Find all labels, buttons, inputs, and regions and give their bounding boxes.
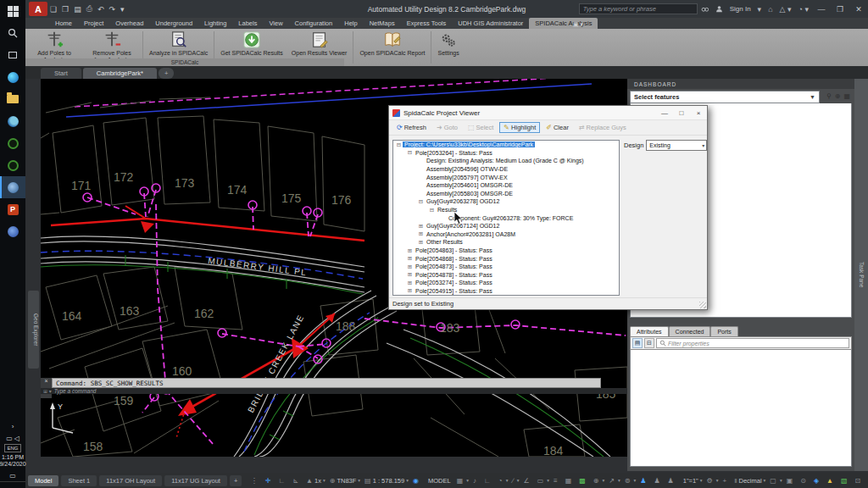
transparency-toggle[interactable]: ▦	[563, 477, 577, 485]
tree-expander-icon[interactable]: ⊞	[406, 247, 414, 254]
attributes-tab[interactable]: Ports	[710, 326, 737, 336]
project-tree[interactable]: ⊟ Project: C:\Users\u33kb\Desktop\Cambri…	[392, 140, 620, 296]
dialog-toolbar-button[interactable]: ⬚ Select	[464, 122, 498, 133]
dialog-toolbar-button[interactable]: ✐ Clear	[542, 122, 573, 133]
dialog-close-button[interactable]: ×	[690, 106, 707, 120]
edge-browser-button[interactable]	[0, 66, 25, 88]
civil3d-button[interactable]	[0, 132, 25, 154]
tree-item[interactable]: ⊞ Pole[2054920] - Status: Pass	[393, 295, 619, 296]
categorized-view-icon[interactable]: ▤	[632, 338, 643, 348]
minimize-button[interactable]: —	[812, 0, 831, 18]
panel-splitter[interactable]	[627, 318, 854, 326]
autocad-logo-icon[interactable]: A	[29, 2, 47, 16]
security-status[interactable]: ◈	[811, 477, 824, 485]
quick-view[interactable]: ▢ ▾	[768, 477, 784, 485]
wire-inference-toggle[interactable]: ✛	[263, 477, 276, 485]
tree-item[interactable]: ⊟ Results	[393, 206, 619, 214]
civil3d-2-button[interactable]	[0, 154, 25, 176]
geo-explorer-tab[interactable]: Geo Explorer	[28, 291, 39, 369]
sound-toggle[interactable]: ♪	[470, 477, 481, 485]
quick-properties[interactable]: ⊚ ▾	[622, 477, 637, 485]
ribbon-tab[interactable]: View	[263, 18, 288, 29]
warning-status[interactable]: ▲	[825, 477, 839, 485]
attributes-tab[interactable]: Connected	[669, 326, 711, 336]
annotation-people[interactable]: ♟	[665, 477, 679, 485]
tree-item[interactable]: ⊞ Pole[2054868] - Status: Pass	[393, 254, 619, 263]
graphics-performance[interactable]: ⊙	[798, 477, 812, 485]
tree-item[interactable]: Assembly[2055797] OTWV-EX	[393, 173, 619, 181]
annotation-scale[interactable]: 1"=1" ▾	[679, 477, 704, 485]
help-icon[interactable]: ◔ ▾	[795, 5, 812, 14]
ribbon-tab[interactable]: Project	[78, 18, 109, 29]
ribbon-tab[interactable]: Labels	[232, 18, 263, 29]
open-file-icon[interactable]: ❐	[59, 5, 71, 14]
grid-snap[interactable]: ◔ ▾	[496, 477, 510, 485]
powerpoint-button[interactable]: P	[0, 198, 25, 220]
alphabetical-view-icon[interactable]: ⊟	[644, 338, 654, 348]
annotation-monitor[interactable]: +	[721, 477, 732, 485]
app-store-icon[interactable]: ⌂	[765, 5, 776, 14]
tree-item[interactable]: ⊟ Project: C:\Users\u33kb\Desktop\Cambri…	[393, 141, 619, 149]
dialog-title-bar[interactable]: SpidaCalc Project Viewer — □ ×	[389, 106, 707, 120]
dialog-toolbar-button[interactable]: ⟳ Refresh	[392, 122, 431, 133]
zoom-extents-icon[interactable]: ⊕	[833, 92, 843, 100]
ribbon-tab[interactable]: UDH GIS Administrator	[452, 18, 529, 29]
drawing-tab[interactable]: CambridgePark*	[83, 68, 157, 79]
dialog-resize-grip[interactable]	[699, 302, 706, 308]
redo-icon[interactable]: ↷	[106, 5, 118, 14]
select-features-dropdown[interactable]: Select features ▼	[630, 91, 820, 103]
layout-tab[interactable]: Model	[28, 475, 58, 486]
ribbon-tab[interactable]: NetMaps	[364, 18, 401, 29]
maps-app-button[interactable]	[0, 110, 25, 132]
open-report-button[interactable]: Open SPIDACalc Report	[355, 29, 429, 66]
ribbon-tab[interactable]: Configuration	[289, 18, 339, 29]
tree-item[interactable]: ⊟ Pole[2053264] - Status: Pass	[393, 149, 619, 158]
tree-expander-icon[interactable]: ⊞	[417, 230, 425, 237]
tree-item[interactable]: ⊞ Pole[2053274] - Status: Pass	[393, 279, 619, 287]
language-indicator[interactable]: ENG	[4, 444, 21, 452]
dialog-toolbar-button[interactable]: ⇄ Replace Guys	[575, 122, 631, 133]
tree-expander-icon[interactable]: ⊟	[395, 141, 403, 148]
ribbon-tab[interactable]: Overhead	[109, 18, 149, 29]
tree-item[interactable]: ⊞ Pole[2054878] - Status: Pass	[393, 271, 619, 280]
autodesk-icon[interactable]: △ ▾	[776, 5, 795, 14]
tree-item[interactable]: Assembly[2054601] OMSGR-DE	[393, 181, 619, 190]
design-dropdown[interactable]: Existing ▾	[646, 140, 707, 151]
tree-item[interactable]: Design: Existing Analysis: Medium Load (…	[393, 157, 619, 165]
tree-expander-icon[interactable]: ⊞	[406, 287, 414, 294]
dialog-toolbar-button[interactable]: ➜ Goto	[432, 122, 462, 133]
drawing-scale[interactable]: ▤ 1 : 578.159 ▾	[363, 477, 411, 485]
object-snap[interactable]: ▭ ▾	[535, 477, 551, 485]
tree-item[interactable]: ⊞ Other Results	[393, 238, 619, 247]
selection-cycling[interactable]: ▩	[577, 477, 592, 485]
tree-expander-icon[interactable]: ⊟	[428, 207, 436, 214]
ribbon-tab[interactable]: Help	[338, 18, 363, 29]
layout-tab[interactable]: +	[230, 475, 242, 486]
tree-expander-icon[interactable]: ⊞	[406, 255, 414, 262]
tree-expander-icon[interactable]: ⊞	[417, 239, 425, 246]
workspace-switching[interactable]: ⚙ ▾	[704, 477, 721, 485]
annotation-visibility[interactable]: ♟	[638, 477, 652, 485]
tree-expander-icon[interactable]: ⊞	[406, 271, 414, 278]
dashboard-header[interactable]: DASHBOARD	[627, 79, 854, 89]
tree-item[interactable]: ⊟ Guy[Guy#2063278] OGD12	[393, 197, 619, 206]
command-prompt[interactable]: ⊞ ▾ Type a command	[41, 388, 627, 394]
sign-in-button[interactable]: Sign In	[726, 5, 754, 13]
clean-screen[interactable]: ⊡	[853, 477, 866, 485]
help-search-input[interactable]: Type a keyword or phrase	[579, 3, 698, 14]
ribbon-tab[interactable]: Underground	[149, 18, 198, 29]
tree-expander-icon[interactable]: ⊟	[417, 198, 425, 205]
isolate-objects[interactable]: ▧	[839, 477, 854, 485]
coordinate-system[interactable]: ⊕ TN83F ▾	[327, 477, 362, 485]
tree-expander-icon[interactable]: ⊟	[406, 149, 414, 156]
3d-object-snap[interactable]: ⊕ ▾	[591, 477, 606, 485]
undo-icon[interactable]: ↶	[95, 5, 107, 14]
model-space-toggle[interactable]: MODEL	[424, 477, 454, 485]
tab-overflow[interactable]: ⋮	[248, 477, 263, 485]
search-button[interactable]	[0, 22, 25, 44]
object-snap-tracking[interactable]: ∠	[521, 477, 535, 485]
ribbon-tab[interactable]: Home	[49, 18, 78, 29]
layout-tab[interactable]: 11x17 OH Layout	[99, 475, 162, 486]
restore-button[interactable]: ❐	[831, 0, 849, 18]
tray-expand-button[interactable]: ›	[0, 420, 25, 432]
